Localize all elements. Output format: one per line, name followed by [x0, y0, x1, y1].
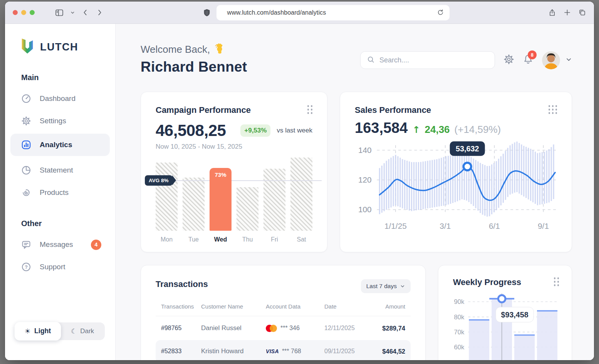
sidebar-item-label: Messages — [40, 240, 73, 249]
bar[interactable] — [156, 163, 178, 231]
weekly-progress-card: Weekly Progress 90k80k70k60k$93,458 — [438, 265, 572, 360]
campaign-value: 46,508,25 — [156, 121, 226, 140]
svg-text:?: ? — [25, 265, 28, 270]
sidebar-item-products[interactable]: Products — [10, 181, 110, 204]
transaction-date: 12/11/2025 — [324, 325, 375, 332]
sidebar-item-analytics[interactable]: Analytics — [10, 134, 110, 156]
sidebar-item-dashboard[interactable]: Dashboard — [10, 87, 110, 110]
transaction-amount: $464,52 — [375, 348, 405, 355]
shield-icon[interactable] — [203, 8, 211, 17]
tabs-overview-icon[interactable] — [578, 8, 586, 17]
date-filter-dropdown[interactable]: Last 7 days — [361, 279, 411, 293]
table-row[interactable]: #98765 Daniel Russel *** 346 12/11/2025 … — [156, 317, 411, 339]
bar[interactable] — [263, 169, 285, 231]
url-text[interactable]: www.lutch.com/dashboard/analytics — [227, 9, 437, 16]
welcome-text: Welcome Back, — [141, 44, 210, 55]
sidebar-toggle-icon[interactable] — [55, 8, 64, 17]
bar[interactable] — [183, 178, 205, 231]
products-icon — [21, 188, 31, 198]
delta-caption: vs last week — [277, 127, 312, 134]
visa-icon: VISA — [266, 348, 279, 354]
up-arrow-icon: ↑ — [412, 124, 420, 135]
forward-button[interactable] — [96, 8, 104, 17]
new-tab-icon[interactable] — [563, 8, 571, 17]
highlighted-bar[interactable]: 73% — [210, 168, 232, 231]
sales-line-chart: 1401201001/1/253/16/19/153,632 — [355, 140, 557, 233]
tooltip-value: 53,632 — [456, 144, 479, 153]
x-axis-label: Wed — [210, 236, 232, 243]
campaign-performance-card: Campaign Performance 46,508,25 +9,53% vs… — [141, 92, 327, 252]
theme-dark-label: Dark — [80, 327, 94, 335]
y-tick-label: 140 — [358, 146, 372, 154]
grid-menu-icon[interactable] — [549, 105, 557, 114]
nav-section-label: Other — [21, 219, 115, 228]
theme-dark-button[interactable]: ☾ Dark — [60, 322, 105, 340]
sidebar: LUTCH MainDashboardSettingsAnalyticsStat… — [5, 24, 116, 360]
chevron-down-icon[interactable] — [565, 56, 572, 64]
table-body: #98765 Daniel Russel *** 346 12/11/2025 … — [156, 317, 411, 360]
table-header: TransactionsCustomer NameAccount DataDat… — [156, 303, 411, 316]
avatar[interactable] — [542, 51, 560, 69]
chevron-down-icon[interactable] — [70, 10, 75, 15]
app-logo[interactable]: LUTCH — [19, 38, 115, 56]
bar-value-label: 73% — [215, 171, 226, 178]
sidebar-item-settings[interactable]: Settings — [10, 110, 110, 132]
sidebar-nav: MainDashboardSettingsAnalyticsStatementP… — [5, 73, 115, 278]
bar[interactable] — [237, 187, 258, 231]
sidebar-item-label: Support — [40, 263, 65, 271]
reload-icon[interactable] — [437, 9, 444, 16]
minimize-window-button[interactable] — [21, 10, 26, 15]
weekly-bar-chart: 90k80k70k60k$93,458 — [453, 290, 559, 360]
bar[interactable] — [290, 158, 312, 231]
theme-light-button[interactable]: ☀ Light — [15, 322, 61, 341]
traffic-lights — [13, 10, 35, 15]
zoom-window-button[interactable] — [30, 10, 35, 15]
y-tick-label: 70k — [454, 329, 465, 336]
x-axis-label: Mon — [156, 236, 178, 243]
sales-performance-card: Sales Performance 163,584 ↑ 24,36 (+14,5… — [340, 92, 572, 252]
share-icon[interactable] — [548, 8, 556, 17]
column-header: Date — [324, 303, 375, 310]
sidebar-item-support[interactable]: ?Support — [10, 256, 110, 278]
card-title: Weekly Progress — [453, 277, 521, 287]
search-input[interactable] — [379, 56, 488, 64]
browser-toolbar: www.lutch.com/dashboard/analytics — [5, 2, 594, 24]
transaction-amount: $289,74 — [375, 325, 405, 332]
moon-icon: ☾ — [71, 327, 77, 335]
table-row[interactable]: #52833 Kristin Howard VISA*** 768 09/11/… — [156, 340, 411, 360]
search-box[interactable] — [360, 51, 495, 69]
analytics-icon — [21, 140, 31, 150]
lutch-logo-icon — [19, 38, 35, 56]
column-header: Amount — [375, 303, 405, 310]
theme-toggle: ☀ Light ☾ Dark — [15, 322, 105, 340]
x-tick-label: 6/1 — [489, 221, 500, 230]
settings-gear-icon[interactable] — [503, 54, 514, 66]
sales-delta-pct: (+14,59%) — [455, 124, 501, 136]
page-title: Richard Bennet — [141, 59, 247, 75]
account-data: *** 346 — [266, 325, 324, 332]
tooltip-value: $93,458 — [501, 310, 529, 319]
drag-handle-icon[interactable] — [554, 277, 559, 286]
logo-text: LUTCH — [40, 41, 78, 53]
account-data: VISA*** 768 — [266, 348, 324, 355]
notifications-bell-icon[interactable]: 8 — [523, 54, 534, 66]
column-header: Customer Name — [201, 303, 266, 310]
sidebar-item-label: Dashboard — [40, 94, 76, 103]
drag-handle-icon[interactable] — [307, 105, 313, 114]
y-tick-label: 120 — [358, 175, 372, 184]
close-window-button[interactable] — [13, 10, 18, 15]
card-title: Sales Performance — [355, 105, 431, 115]
back-button[interactable] — [81, 8, 89, 17]
statement-icon — [21, 165, 31, 175]
user-menu[interactable] — [542, 51, 572, 69]
support-icon: ? — [21, 262, 31, 272]
sales-delta: 24,36 — [425, 124, 450, 136]
main-content: Welcome Back, — [116, 24, 594, 360]
y-tick-label: 90k — [454, 298, 465, 305]
chevron-down-icon — [400, 283, 405, 289]
sun-icon: ☀ — [25, 327, 31, 335]
sidebar-item-statement[interactable]: Statement — [10, 159, 110, 181]
sidebar-item-messages[interactable]: Messages4 — [10, 233, 110, 256]
address-bar[interactable]: www.lutch.com/dashboard/analytics — [216, 5, 450, 20]
mastercard-icon — [266, 325, 277, 332]
